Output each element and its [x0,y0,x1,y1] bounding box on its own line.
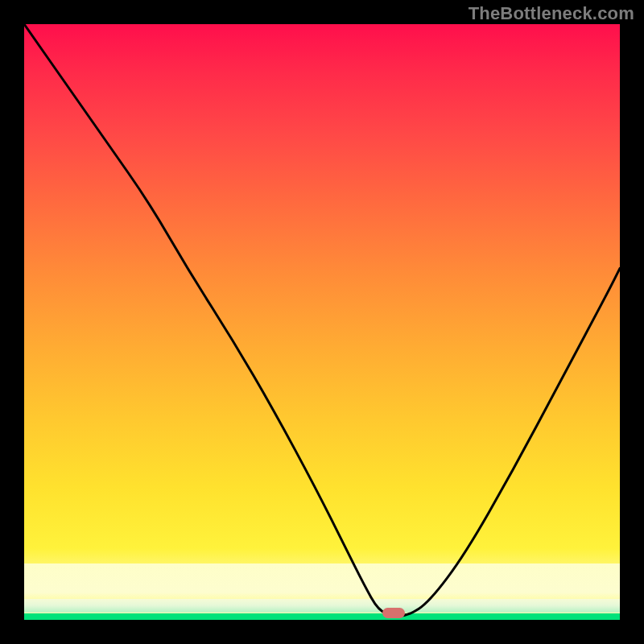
bottleneck-curve [24,24,620,620]
plot-area [24,24,620,620]
chart-frame: TheBottleneck.com [0,0,644,644]
watermark-text: TheBottleneck.com [469,3,634,24]
optimum-marker [382,608,405,618]
